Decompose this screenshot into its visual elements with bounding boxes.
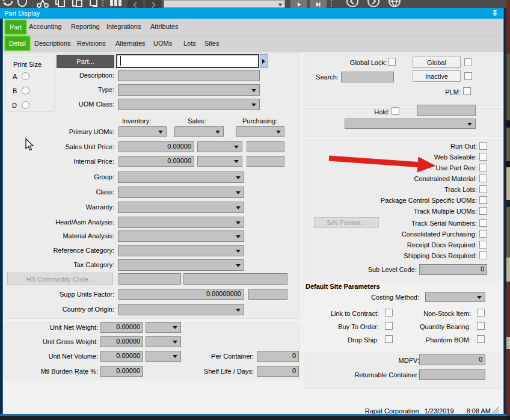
mtl-burden-rate-label: Mtl Burden Rate %: xyxy=(41,368,98,375)
taskbar-strip xyxy=(0,416,510,420)
uom-class-dropdown[interactable] xyxy=(118,99,260,110)
part-display-window: Part Display Part Accounting Reporting I… xyxy=(0,0,510,420)
tab-revisions[interactable]: Revisions xyxy=(77,40,106,47)
columns-icon[interactable] xyxy=(108,0,123,8)
link-to-contract-label: Link to Contract: xyxy=(331,310,379,318)
search-input[interactable] xyxy=(341,72,394,82)
tab-alternates[interactable]: Alternates xyxy=(115,40,146,47)
refresh-icon[interactable] xyxy=(1,0,14,8)
run-out-checkbox[interactable] xyxy=(479,142,487,150)
track-lots-checkbox[interactable] xyxy=(479,185,487,193)
tab-integrations[interactable]: Integrations xyxy=(106,23,141,30)
sales-unit-price-uom-dropdown[interactable] xyxy=(197,141,242,152)
tab-part[interactable]: Part xyxy=(4,19,27,35)
toolbar-combobox[interactable] xyxy=(164,0,285,8)
forward-circle-icon[interactable] xyxy=(367,0,380,8)
part-input[interactable] xyxy=(116,54,259,68)
document-icon[interactable] xyxy=(88,0,100,8)
constrained-material-checkbox[interactable] xyxy=(479,174,487,182)
print-size-d-radio[interactable] xyxy=(22,101,29,109)
hs-commodity-code-field-1 xyxy=(118,273,181,285)
quantity-bearing-label: Quantity Bearing: xyxy=(420,323,471,331)
part-button[interactable]: Part... xyxy=(57,55,114,68)
skip-icon[interactable] xyxy=(310,0,327,8)
unit-net-volume-uom-dropdown[interactable] xyxy=(146,351,181,362)
play-icon[interactable] xyxy=(290,0,307,8)
material-analysis-dropdown[interactable] xyxy=(118,230,244,242)
tab-lots[interactable]: Lots xyxy=(183,40,196,47)
primary-uom-sales-dropdown[interactable] xyxy=(174,126,224,137)
package-control-specific-uoms-checkbox[interactable] xyxy=(479,196,487,204)
class-dropdown[interactable] xyxy=(118,187,244,198)
web-saleable-checkbox[interactable] xyxy=(479,153,487,161)
unit-gross-weight-uom-dropdown[interactable] xyxy=(146,336,181,347)
warranty-dropdown[interactable] xyxy=(118,202,244,213)
track-multiple-uoms-checkbox[interactable] xyxy=(479,207,487,215)
reference-category-dropdown[interactable] xyxy=(118,245,244,256)
text-caret xyxy=(120,56,121,66)
resize-grip[interactable] xyxy=(490,405,500,415)
tab-attributes[interactable]: Attributes xyxy=(150,23,178,30)
shipping-docs-required-checkbox[interactable] xyxy=(479,252,487,259)
costing-method-dropdown[interactable] xyxy=(425,292,485,302)
consolidated-purchasing-checkbox[interactable] xyxy=(479,230,487,238)
primary-uom-purchasing-dropdown[interactable] xyxy=(236,126,284,137)
copy-icon[interactable] xyxy=(54,0,66,8)
desktop-sliver xyxy=(506,54,510,120)
shield-icon[interactable] xyxy=(17,0,28,8)
type-dropdown[interactable] xyxy=(118,84,260,96)
inactive-checkbox[interactable] xyxy=(464,72,472,80)
plm-checkbox[interactable] xyxy=(463,87,471,95)
hs-commodity-code-button[interactable]: HS Commodity Code... xyxy=(7,273,113,285)
use-part-rev-checkbox[interactable] xyxy=(479,164,487,171)
tab-sites[interactable]: Sites xyxy=(204,40,219,47)
hold-reason-dropdown[interactable] xyxy=(345,119,476,129)
inactive-button[interactable]: Inactive xyxy=(413,70,461,82)
internal-price-uom-dropdown[interactable] xyxy=(197,156,242,167)
drop-ship-label: Drop Ship: xyxy=(348,336,379,344)
part-expand-button[interactable] xyxy=(260,54,268,68)
receipt-docs-required-checkbox[interactable] xyxy=(479,241,487,249)
cut-icon[interactable] xyxy=(36,0,49,8)
window-title-bar[interactable]: Part Display xyxy=(0,8,506,19)
phantom-bom-checkbox[interactable] xyxy=(477,335,485,343)
tab-descriptions[interactable]: Descriptions xyxy=(34,40,71,47)
buy-to-order-checkbox[interactable] xyxy=(385,322,393,330)
global-checkbox[interactable] xyxy=(464,58,472,66)
global-button[interactable]: Global xyxy=(413,57,461,68)
main-toolbar xyxy=(0,0,506,8)
print-size-b-radio[interactable] xyxy=(22,87,29,94)
shipping-docs-required-label: Shipping Docs Required: xyxy=(404,252,477,260)
secondary-tab-bar: Detail Descriptions Revisions Alternates… xyxy=(2,36,503,52)
hold-label: Hold: xyxy=(374,108,390,116)
track-serial-numbers-checkbox[interactable] xyxy=(479,219,487,227)
tab-reporting[interactable]: Reporting xyxy=(71,23,100,30)
annotation-arrow xyxy=(327,154,438,174)
country-of-origin-dropdown[interactable] xyxy=(118,304,244,315)
mouse-cursor xyxy=(25,138,34,151)
sn-format-button[interactable]: S/N Format... xyxy=(314,217,379,228)
pin-icon[interactable] xyxy=(491,10,499,17)
quantity-bearing-checkbox[interactable] xyxy=(477,322,485,330)
globe-icon[interactable] xyxy=(388,0,401,8)
global-lock-checkbox[interactable] xyxy=(388,58,396,66)
drop-ship-checkbox[interactable] xyxy=(385,335,393,343)
nav-back-icon[interactable] xyxy=(127,0,143,8)
nav-forward-icon[interactable] xyxy=(146,0,161,8)
unit-net-weight-field: 0.00000 xyxy=(100,322,143,333)
tab-detail[interactable]: Detail xyxy=(4,36,31,51)
tab-accounting[interactable]: Accounting xyxy=(29,23,61,30)
print-size-a-radio[interactable] xyxy=(22,72,29,80)
hold-checkbox[interactable] xyxy=(392,107,399,115)
back-circle-icon[interactable] xyxy=(346,0,359,8)
description-field xyxy=(118,70,260,81)
unit-net-weight-uom-dropdown[interactable] xyxy=(146,322,181,333)
group-dropdown[interactable] xyxy=(118,171,244,183)
primary-uom-inventory-dropdown[interactable] xyxy=(118,126,167,137)
non-stock-item-checkbox[interactable] xyxy=(477,309,485,317)
paste-icon[interactable] xyxy=(71,0,83,8)
link-to-contract-checkbox[interactable] xyxy=(385,309,393,317)
tab-uoms[interactable]: UOMs xyxy=(153,40,172,47)
tax-category-dropdown[interactable] xyxy=(118,259,244,271)
head-asm-analysis-dropdown[interactable] xyxy=(118,217,244,228)
